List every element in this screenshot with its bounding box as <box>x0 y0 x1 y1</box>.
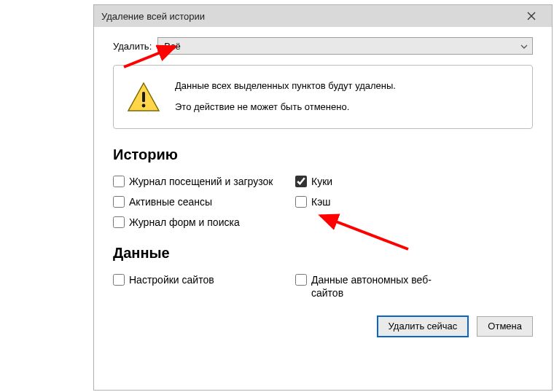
close-button[interactable] <box>517 5 546 27</box>
close-icon <box>527 10 536 23</box>
svg-point-1 <box>142 103 146 107</box>
checkbox-label: Журнал форм и поиска <box>129 216 240 229</box>
check-browsing-history[interactable]: Журнал посещений и загрузок <box>113 175 295 188</box>
warning-text: Данные всех выделенных пунктов будут уда… <box>175 79 396 115</box>
checkbox-label: Журнал посещений и загрузок <box>129 175 273 188</box>
warning-box: Данные всех выделенных пунктов будут уда… <box>113 65 533 129</box>
checkbox-label: Кэш <box>311 195 331 208</box>
checkbox-site-prefs[interactable] <box>113 274 125 286</box>
checkbox-browsing-history[interactable] <box>113 176 125 187</box>
check-cache[interactable]: Кэш <box>295 195 533 208</box>
time-range-select[interactable]: Всё <box>157 37 533 55</box>
checkbox-cache[interactable] <box>295 196 307 208</box>
warning-line-1: Данные всех выделенных пунктов будут уда… <box>175 79 396 94</box>
chevron-down-icon <box>520 42 528 50</box>
check-form-search[interactable]: Журнал форм и поиска <box>113 216 295 229</box>
checkbox-cookies[interactable] <box>295 176 307 187</box>
checkbox-active-sessions[interactable] <box>113 196 125 208</box>
titlebar-title: Удаление всей истории <box>101 11 517 22</box>
delete-now-button[interactable]: Удалить сейчас <box>378 316 469 337</box>
dialog-buttons: Удалить сейчас Отмена <box>113 316 533 337</box>
time-range-label: Удалить: <box>113 41 152 52</box>
svg-rect-0 <box>142 92 145 102</box>
dialog-content: Удалить: Всё Данные всех выделенных пунк… <box>94 27 552 348</box>
titlebar: Удаление всей истории <box>94 5 552 27</box>
check-active-sessions[interactable]: Активные сеансы <box>113 195 295 208</box>
time-range-value: Всё <box>164 41 180 52</box>
checkbox-label: Куки <box>311 175 332 188</box>
clear-history-dialog: Удаление всей истории Удалить: Всё <box>93 4 553 391</box>
checkbox-offline-data[interactable] <box>295 274 307 286</box>
warning-line-2: Это действие не может быть отменено. <box>175 100 396 115</box>
check-cookies[interactable]: Куки <box>295 175 533 188</box>
time-range-row: Удалить: Всё <box>113 37 533 55</box>
warning-icon <box>127 82 160 112</box>
section-data-heading: Данные <box>113 245 533 262</box>
section-history-heading: Историю <box>113 146 533 163</box>
cancel-button[interactable]: Отмена <box>477 316 533 337</box>
checkbox-form-search[interactable] <box>113 216 125 228</box>
checkbox-label: Активные сеансы <box>129 195 212 208</box>
check-site-prefs[interactable]: Настройки сайтов <box>113 273 295 299</box>
checkbox-label: Данные автономных веб-сайтов <box>311 273 435 299</box>
check-offline-data[interactable]: Данные автономных веб-сайтов <box>295 273 533 299</box>
data-checks: Настройки сайтов Данные автономных веб-с… <box>113 273 533 299</box>
checkbox-label: Настройки сайтов <box>129 273 214 286</box>
history-checks: Журнал посещений и загрузок Куки Активны… <box>113 175 533 230</box>
